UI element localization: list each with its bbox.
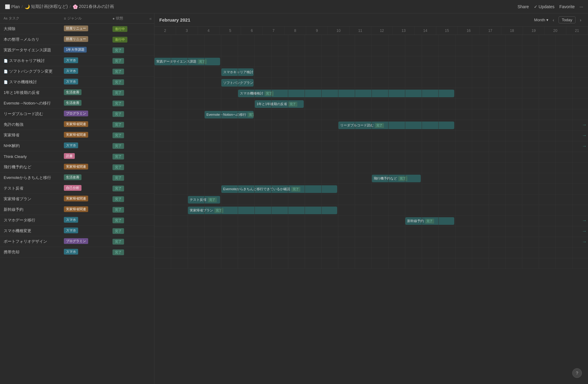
table-row[interactable]: 飛行機予約など実家帰省関連完了 <box>0 162 154 173</box>
collapse-button[interactable]: « <box>149 16 152 21</box>
timeline-bar[interactable]: リーダブルコード読む完了 <box>338 122 454 129</box>
table-row[interactable]: 1年と1年後期の反省生活改善完了 <box>0 87 154 98</box>
updates-button[interactable]: ✓ Updates <box>534 4 555 9</box>
task-name-cell: 実践データサイエンス課題 <box>0 47 64 53</box>
task-genre-cell: スマホ <box>64 142 112 149</box>
bar-label: 実家帰省プラン <box>190 208 213 213</box>
timeline-arrow-button[interactable]: → <box>582 228 587 234</box>
table-row[interactable]: 本の整理→メルカリ部屋リニュー進行中 <box>0 34 154 45</box>
table-row[interactable]: NHK解約スマホ完了 <box>0 141 154 151</box>
task-genre-cell: スマホ <box>64 57 112 64</box>
timeline-bar[interactable]: スマホキャリア検討完了 <box>221 68 254 76</box>
timeline-arrow-button[interactable]: → <box>582 239 587 245</box>
day-header-cell: 12 <box>371 27 393 35</box>
timeline-bar[interactable]: スマホ機種検討完了 <box>238 90 454 97</box>
bar-status: 完了 <box>198 59 207 64</box>
next-month-button[interactable]: › <box>578 17 583 23</box>
task-status-cell: 完了 <box>112 175 143 181</box>
timeline-bar[interactable]: 新幹線予約完了 <box>405 217 454 225</box>
share-button[interactable]: Share <box>517 4 529 9</box>
task-name-cell: 携帯売却 <box>0 249 64 255</box>
status-tag: 完了 <box>112 164 124 170</box>
favorite-button[interactable]: Favorite <box>559 4 575 9</box>
table-row[interactable]: Evernote→Notionへの移行生活改善完了 <box>0 98 154 109</box>
table-row[interactable]: Evernoteからきちんと移行生活改善完了 <box>0 173 154 183</box>
timeline-arrow-button[interactable]: → <box>582 122 587 128</box>
timeline-bar[interactable]: テスト反省完了 <box>188 196 220 204</box>
timeline-row <box>154 46 588 56</box>
left-panel: Aa タスク ≡ ジャンル ● 状態 « 大掃除部屋リニュー進行中本の整理→メル… <box>0 13 154 384</box>
genre-tag: 生活改善 <box>64 100 81 106</box>
breadcrumb-sep-2: / <box>70 4 71 9</box>
task-status-cell: 完了 <box>112 111 143 117</box>
status-tag: 完了 <box>112 228 124 234</box>
status-tag: 完了 <box>112 58 124 64</box>
today-button[interactable]: Today <box>559 16 576 23</box>
timeline-arrow-button[interactable]: → <box>582 143 587 149</box>
timeline-row: リーダブルコード読む完了→ <box>154 120 588 131</box>
bar-status: 完了 <box>398 176 407 181</box>
status-tag: 完了 <box>112 249 124 255</box>
task-status-cell: 完了 <box>112 249 143 255</box>
breadcrumb-spring[interactable]: 🌸 2021春休みの計画 <box>73 4 114 9</box>
table-row[interactable]: スマホ機種変更スマホ完了 <box>0 226 154 236</box>
timeline-bar[interactable]: 実家帰省プラン完了 <box>188 207 337 214</box>
timeline-bar[interactable]: 実践データサイエンス課題完了 <box>154 58 220 65</box>
table-row[interactable]: Think Clearly読書完了 <box>0 151 154 162</box>
timeline-bar[interactable]: Evernoteからきちんと移行できているか確認完了 <box>221 185 337 193</box>
genre-tag: プログラミン <box>64 238 88 244</box>
breadcrumb-plan[interactable]: ⬜ Plan <box>5 4 20 9</box>
genre-tag: スマホ <box>64 79 78 84</box>
more-button[interactable]: ··· <box>579 4 583 9</box>
table-row[interactable]: テスト反省自己分析完了 <box>0 183 154 194</box>
task-genre-cell: 実家帰省関連 <box>64 121 112 128</box>
task-genre-cell: プログラミン <box>64 111 112 117</box>
task-name-cell: 免許の勉強 <box>0 122 64 127</box>
table-row[interactable]: ポートフォリオデザインプログラミン完了 <box>0 236 154 247</box>
table-row[interactable]: 📄スマホキャリア検討スマホ完了 <box>0 56 154 66</box>
cherry-icon: 🌸 <box>73 4 78 9</box>
table-row[interactable]: 実践データサイエンス課題1年大学課題完了 <box>0 45 154 56</box>
table-row[interactable]: 免許の勉強実家帰省関連完了 <box>0 119 154 130</box>
genre-tag: 実家帰省関連 <box>64 121 88 127</box>
help-button[interactable]: ? <box>572 368 582 378</box>
task-list: 大掃除部屋リニュー進行中本の整理→メルカリ部屋リニュー進行中実践データサイエンス… <box>0 24 154 258</box>
task-status-cell: 完了 <box>112 47 143 53</box>
day-header-cell: 6 <box>241 27 263 35</box>
list-icon: ≡ <box>64 16 66 21</box>
timeline-arrow-button[interactable]: → <box>582 218 587 223</box>
task-name-cell: 飛行機予約など <box>0 164 64 170</box>
main-layout: Aa タスク ≡ ジャンル ● 状態 « 大掃除部屋リニュー進行中本の整理→メル… <box>0 13 588 384</box>
table-row[interactable]: 📄スマホ機種検討スマホ完了 <box>0 77 154 87</box>
status-tag: 完了 <box>112 218 124 223</box>
table-row[interactable]: スマホデータ移行スマホ完了 <box>0 215 154 226</box>
timeline-arrow-button[interactable]: → <box>582 133 587 138</box>
table-row[interactable]: 新幹線予約実家帰省関連完了 <box>0 204 154 215</box>
day-header-cell: 16 <box>458 27 479 35</box>
timeline-bar[interactable]: 飛行機予約など完了 <box>372 175 421 182</box>
table-row[interactable]: リーダブルコード読むプログラミン完了 <box>0 109 154 119</box>
table-row[interactable]: 実家帰省プラン実家帰省関連完了 <box>0 194 154 204</box>
task-genre-cell: 生活改善 <box>64 100 112 107</box>
breadcrumb-short-plan[interactable]: 🌙 短期計画(休暇など) <box>25 4 68 9</box>
timeline-bar[interactable]: ソフトバンクプラン変更完了 <box>221 79 254 87</box>
prev-month-button[interactable]: ‹ <box>551 17 556 23</box>
timeline-rows: 実践データサイエンス課題完了スマホキャリア検討完了ソフトバンクプラン変更完了スマ… <box>154 35 588 269</box>
table-row[interactable]: 実家帰省実家帰省関連完了 <box>0 130 154 141</box>
timeline-bar[interactable]: Evernote→Notionへの移行完了 <box>205 111 254 118</box>
table-row[interactable]: 大掃除部屋リニュー進行中 <box>0 24 154 34</box>
month-selector[interactable]: Month ▾ <box>534 18 548 22</box>
col-status-header: ● 状態 <box>112 16 143 21</box>
task-name-cell: Evernoteからきちんと移行 <box>0 175 64 180</box>
task-genre-cell: スマホ <box>64 68 112 75</box>
task-status-cell: 進行中 <box>112 37 143 43</box>
timeline-bar[interactable]: 1年と1年後期の反省完了 <box>255 100 304 108</box>
genre-tag: スマホ <box>64 217 78 223</box>
timeline-row: 飛行機予約など完了 <box>154 173 588 184</box>
table-row[interactable]: 携帯売却スマホ完了 <box>0 247 154 258</box>
status-tag: 完了 <box>112 111 124 117</box>
text-icon: Aa <box>4 17 7 20</box>
genre-tag: スマホ <box>64 249 78 255</box>
table-row[interactable]: 📄ソフトバンクプラン変更スマホ完了 <box>0 66 154 77</box>
bar-status: 完了 <box>288 102 297 107</box>
